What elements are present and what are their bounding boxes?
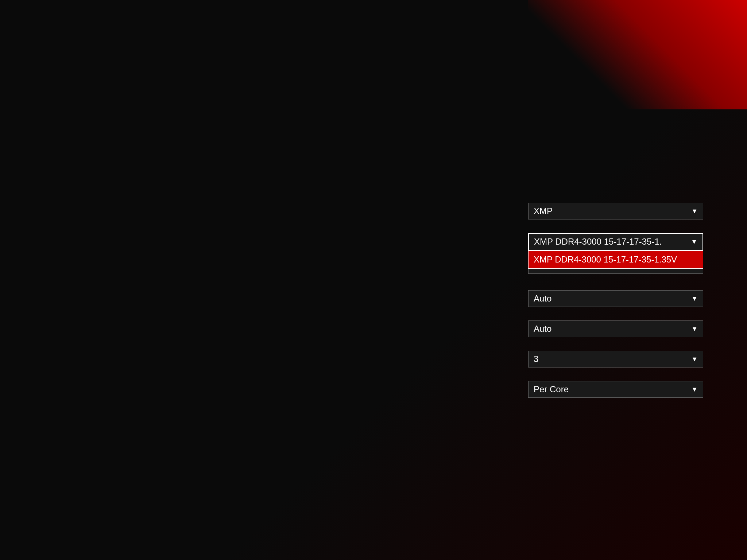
chevron-down-icon: ▼	[691, 386, 698, 393]
multicore-value: Auto ▼	[521, 290, 703, 307]
ai-overclock-value: XMP ▼	[521, 203, 703, 219]
xmp-option-1[interactable]: XMP DDR4-3000 15-17-17-35-1.35V	[529, 251, 703, 268]
bios-container: UEFI BIOS Utility – Advanced Mode 💡 EZ T…	[0, 0, 747, 560]
xmp-value: XMP DDR4-3000 15-17-17-35-1. ▼ XMP DDR4-…	[521, 233, 703, 250]
chevron-down-icon: ▼	[691, 355, 698, 363]
xmp-dropdown-menu: XMP DDR4-3000 15-17-17-35-1.35V	[528, 250, 703, 269]
cpu-core-ratio-value: Per Core ▼	[521, 381, 703, 398]
cpu-core-ratio-dropdown[interactable]: Per Core ▼	[528, 381, 703, 398]
ai-overclock-dropdown[interactable]: XMP ▼	[528, 203, 703, 219]
bg-red-accent	[528, 0, 747, 109]
chevron-down-icon: ▼	[691, 295, 698, 303]
xmp-dropdown[interactable]: XMP DDR4-3000 15-17-17-35-1. ▼	[528, 233, 703, 250]
chevron-down-icon: ▼	[691, 238, 697, 246]
avx-ratio-value: 3 ▼	[521, 351, 703, 368]
xmp-dropdown-container: XMP DDR4-3000 15-17-17-35-1. ▼ XMP DDR4-…	[528, 233, 703, 250]
multicore-dropdown[interactable]: Auto ▼	[528, 290, 703, 307]
chevron-down-icon: ▼	[691, 207, 698, 215]
avx-ratio-dropdown[interactable]: 3 ▼	[528, 351, 703, 368]
chevron-down-icon: ▼	[691, 325, 698, 333]
svid-dropdown[interactable]: Auto ▼	[528, 320, 703, 337]
svid-value: Auto ▼	[521, 320, 703, 337]
